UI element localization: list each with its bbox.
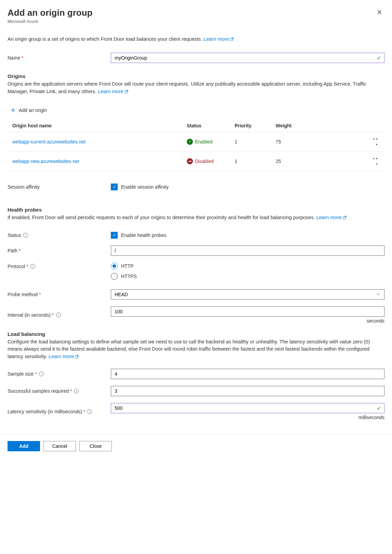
- external-link-icon: [230, 36, 234, 40]
- intro-text: An origin group is a set of origins to w…: [8, 36, 384, 42]
- close-button[interactable]: Close: [79, 441, 112, 451]
- checkmark-icon: ✓: [377, 55, 381, 61]
- lb-success-input[interactable]: [111, 386, 384, 396]
- name-label: Name*: [8, 55, 111, 61]
- external-link-icon: [75, 353, 79, 357]
- hp-interval-unit: seconds: [111, 318, 384, 324]
- health-probes-desc: If enabled, Front Door will send periodi…: [8, 214, 384, 222]
- add-origin-button[interactable]: + Add an origin: [11, 106, 384, 115]
- lb-latency-unit: milliseconds: [111, 415, 384, 420]
- page-title: Add an origin group: [8, 8, 92, 18]
- hp-protocol-http-radio[interactable]: HTTP: [111, 263, 384, 269]
- origins-section-desc: Origins are the application servers wher…: [8, 80, 384, 96]
- lb-success-label: Successful samples required*i: [8, 388, 111, 394]
- info-icon[interactable]: i: [39, 372, 44, 376]
- info-icon[interactable]: i: [30, 264, 35, 269]
- hp-interval-input[interactable]: [111, 306, 384, 317]
- lb-sample-label: Sample size*i: [8, 371, 111, 377]
- origin-host-link[interactable]: webapp-new.azurewebsites.net: [8, 151, 182, 171]
- hp-protocol-label: Protocol*i: [8, 263, 111, 269]
- origins-section-title: Origins: [8, 73, 384, 79]
- col-weight: Weight: [271, 119, 367, 132]
- row-menu-button[interactable]: • • •: [367, 151, 384, 171]
- lb-latency-label: Latency sensitivity (in milliseconds)*i: [8, 409, 111, 414]
- session-affinity-checkbox[interactable]: ✓: [111, 184, 118, 190]
- radio-icon: [111, 263, 118, 269]
- info-icon[interactable]: i: [74, 389, 79, 393]
- intro-learn-more-link[interactable]: Learn more: [204, 36, 234, 42]
- info-icon[interactable]: i: [56, 313, 61, 317]
- hp-status-checkbox-label: Enable health probes: [121, 232, 166, 238]
- add-button[interactable]: Add: [8, 441, 40, 451]
- lb-title: Load balancing: [8, 331, 384, 337]
- health-probes-learn-more-link[interactable]: Learn more: [316, 215, 347, 220]
- origins-table: Origin host name Status Priority Weight …: [8, 119, 384, 171]
- origin-row: webapp-new.azurewebsites.net Disabled 1 …: [8, 151, 384, 171]
- origin-row: webapp-current.azurewebsites.net ✓Enable…: [8, 132, 384, 151]
- page-subtitle: Microsoft Azure: [8, 19, 92, 24]
- row-menu-button[interactable]: • • •: [367, 132, 384, 151]
- session-affinity-label: Session affinity: [8, 184, 111, 190]
- lb-learn-more-link[interactable]: Learn more: [49, 354, 79, 359]
- plus-icon: +: [11, 106, 15, 115]
- name-input[interactable]: [111, 53, 384, 63]
- info-icon[interactable]: i: [23, 233, 28, 238]
- origin-host-link[interactable]: webapp-current.azurewebsites.net: [8, 132, 182, 151]
- hp-status-label: Statusi: [8, 232, 111, 238]
- origin-weight: 75: [271, 132, 367, 151]
- hp-status-checkbox[interactable]: ✓: [111, 232, 118, 239]
- disabled-icon: [187, 158, 193, 164]
- hp-path-input[interactable]: [111, 245, 384, 256]
- col-host: Origin host name: [8, 119, 182, 132]
- checkmark-icon: ✓: [377, 405, 381, 411]
- external-link-icon: [125, 88, 128, 92]
- session-affinity-checkbox-label: Enable session affinity: [121, 184, 169, 190]
- hp-path-label: Path*: [8, 248, 111, 253]
- origin-status: Disabled: [195, 159, 213, 164]
- origin-status: Enabled: [195, 139, 212, 144]
- col-status: Status: [182, 119, 230, 132]
- origin-weight: 25: [271, 151, 367, 171]
- lb-sample-input[interactable]: [111, 369, 384, 379]
- info-icon[interactable]: i: [87, 409, 92, 414]
- col-priority: Priority: [230, 119, 271, 132]
- lb-latency-input[interactable]: [111, 403, 384, 413]
- radio-icon: [111, 273, 118, 280]
- close-icon[interactable]: ✕: [375, 8, 384, 17]
- hp-method-label: Probe method*: [8, 292, 111, 297]
- origins-learn-more-link[interactable]: Learn more: [98, 89, 128, 94]
- enabled-icon: ✓: [187, 139, 193, 145]
- cancel-button[interactable]: Cancel: [43, 441, 76, 451]
- hp-method-select[interactable]: [111, 289, 384, 300]
- hp-interval-label: Interval (in seconds)*i: [8, 312, 111, 318]
- external-link-icon: [343, 214, 347, 218]
- footer: Add Cancel Close: [0, 434, 392, 458]
- lb-desc: Configure the load balancing settings to…: [8, 338, 384, 361]
- origin-priority: 1: [230, 132, 271, 151]
- health-probes-title: Health probes: [8, 207, 384, 213]
- hp-protocol-https-radio[interactable]: HTTPS: [111, 273, 384, 280]
- origin-priority: 1: [230, 151, 271, 171]
